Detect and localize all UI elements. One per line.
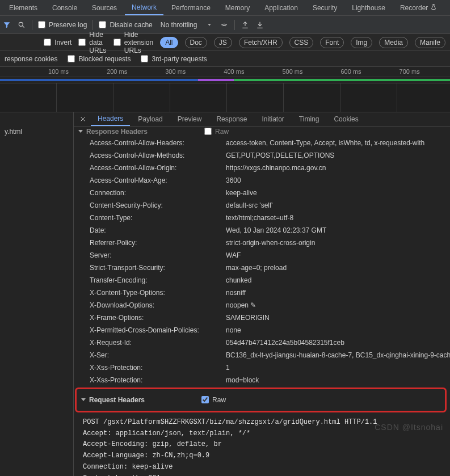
tick: 100 ms <box>48 68 69 75</box>
tab-application[interactable]: Application <box>258 0 305 15</box>
request-headers-section[interactable]: Request Headers <box>81 396 145 404</box>
tick: 700 ms <box>399 68 420 75</box>
header-name: X-Frame-Options: <box>90 313 220 323</box>
flask-icon <box>430 3 437 12</box>
response-header-row: Transfer-Encoding:chunked <box>74 274 450 287</box>
filter-pill-manifest[interactable]: Manife <box>415 37 445 48</box>
response-headers-section[interactable]: Response Headers Raw <box>74 127 450 137</box>
tick: 400 ms <box>224 68 244 75</box>
header-value[interactable]: text/html;charset=utf-8 <box>226 213 450 223</box>
type-filter-bar: Invert Hide data URLs Hide extension URL… <box>0 34 450 51</box>
devtools-panel-tabs: Elements Console Sources Network Perform… <box>0 0 450 16</box>
response-header-row: Content-Type:text/html;charset=utf-8 <box>74 212 450 224</box>
separator <box>234 20 235 30</box>
filter-pill-js[interactable]: JS <box>214 37 232 48</box>
header-value[interactable]: nosniff <box>226 288 450 298</box>
detail-tab-preview[interactable]: Preview <box>171 112 209 126</box>
header-value[interactable]: access-token, Content-Type, Accept, isWh… <box>226 138 450 148</box>
download-icon[interactable] <box>255 20 264 30</box>
header-name: Access-Control-Max-Age: <box>90 175 220 186</box>
header-value[interactable]: Wed, 10 Jan 2024 02:23:37 GMT <box>226 225 450 235</box>
response-header-row: X-Content-Type-Options:nosniff <box>74 287 450 299</box>
extra-filter-bar: response cookies Blocked requests 3rd-pa… <box>0 51 450 67</box>
detail-tab-timing[interactable]: Timing <box>292 112 326 126</box>
tick: 200 ms <box>107 68 127 75</box>
header-value[interactable]: 1 <box>226 363 450 373</box>
header-name: Access-Control-Allow-Origin: <box>90 163 220 173</box>
header-name: X-Content-Type-Options: <box>90 288 220 298</box>
header-name: X-Xss-Protection: <box>90 375 220 385</box>
response-header-row: Access-Control-Allow-Headers:access-toke… <box>74 137 450 149</box>
filter-pill-doc[interactable]: Doc <box>185 37 207 48</box>
chevron-down-icon[interactable] <box>205 20 214 30</box>
response-header-row: X-Frame-Options:SAMEORIGIN <box>74 311 450 324</box>
timeline-overview[interactable] <box>0 77 450 83</box>
header-value[interactable]: SAMEORIGIN <box>226 313 450 323</box>
filter-pill-fetch-xhr[interactable]: Fetch/XHR <box>239 37 283 48</box>
header-value[interactable]: chunked <box>226 275 450 285</box>
tab-sources[interactable]: Sources <box>85 0 124 15</box>
tab-recorder[interactable]: Recorder <box>393 0 444 15</box>
chevron-down-icon <box>81 398 86 401</box>
tab-console[interactable]: Console <box>45 0 84 15</box>
tick: 600 ms <box>340 68 361 75</box>
header-value[interactable]: strict-origin-when-cross-origin <box>226 238 450 248</box>
third-party-checkbox[interactable]: 3rd-party requests <box>141 55 207 63</box>
detail-tab-cookies[interactable]: Cookies <box>327 112 365 126</box>
header-name: Content-Type: <box>90 213 220 223</box>
header-value[interactable]: none <box>226 325 450 335</box>
filter-pill-img[interactable]: Img <box>351 37 372 48</box>
header-value[interactable]: keep-alive <box>226 188 450 198</box>
tab-memory[interactable]: Memory <box>218 0 256 15</box>
raw-request-headers[interactable]: POST /gsxt/PlatformSHZZFRKGSXT/biz/ma/sh… <box>74 414 450 476</box>
hide-data-urls-checkbox[interactable]: Hide data URLs <box>78 31 107 54</box>
header-value[interactable]: mod=block <box>226 375 450 385</box>
filter-pill-all[interactable]: All <box>160 37 178 48</box>
tab-elements[interactable]: Elements <box>2 0 44 15</box>
svg-point-0 <box>19 22 23 26</box>
header-value[interactable]: 3600 <box>226 175 450 186</box>
tab-lighthouse[interactable]: Lighthouse <box>345 0 392 15</box>
invert-checkbox[interactable]: Invert <box>44 39 72 47</box>
header-value[interactable]: max-age=0; preload <box>226 263 450 273</box>
request-list[interactable]: y.html <box>0 112 74 476</box>
filter-pill-media[interactable]: Media <box>379 37 408 48</box>
filter-icon[interactable] <box>2 20 11 30</box>
filter-pill-font[interactable]: Font <box>320 37 344 48</box>
timeline-ruler[interactable]: 100 ms 200 ms 300 ms 400 ms 500 ms 600 m… <box>0 67 450 77</box>
tick: 300 ms <box>165 68 186 75</box>
tab-network[interactable]: Network <box>125 0 163 15</box>
filter-pill-css[interactable]: CSS <box>289 37 314 48</box>
detail-tab-headers[interactable]: Headers <box>91 112 130 126</box>
header-value[interactable]: https://xxgs.chinanpo.mca.gov.cn <box>226 163 450 173</box>
header-name: X-Request-Id: <box>90 338 220 348</box>
tab-performance[interactable]: Performance <box>165 0 217 15</box>
throttling-select[interactable]: No throttling <box>158 21 200 29</box>
header-value[interactable]: default-src 'self' <box>226 200 450 210</box>
waterfall-strip[interactable] <box>0 83 450 112</box>
header-value[interactable]: BC136_dx-lt-yd-jiangsu-huaian-8-cache-7,… <box>226 350 450 360</box>
request-raw-toggle[interactable]: Raw <box>201 396 226 404</box>
search-icon[interactable] <box>17 20 26 30</box>
header-value[interactable]: WAF <box>226 250 450 260</box>
detail-tab-response[interactable]: Response <box>209 112 254 126</box>
header-value[interactable]: GET,PUT,POST,DELETE,OPTIONS <box>226 150 450 161</box>
wifi-icon[interactable] <box>220 20 229 30</box>
upload-icon[interactable] <box>241 20 250 30</box>
response-header-row: Strict-Transport-Security:max-age=0; pre… <box>74 262 450 274</box>
tab-overflow[interactable]: Pe <box>445 0 450 15</box>
request-row[interactable]: y.html <box>0 126 73 137</box>
close-icon[interactable] <box>76 112 90 126</box>
separator <box>92 20 93 30</box>
preserve-log-checkbox[interactable]: Preserve log <box>38 21 87 29</box>
blocked-requests-checkbox[interactable]: Blocked requests <box>68 55 131 63</box>
hide-extension-urls-checkbox[interactable]: Hide extension URLs <box>113 31 153 54</box>
response-raw-toggle[interactable]: Raw <box>204 128 229 136</box>
header-value[interactable]: 054d47b471412c24a5b04582315f1ceb <box>226 338 450 348</box>
detail-tab-initiator[interactable]: Initiator <box>255 112 291 126</box>
detail-tab-payload[interactable]: Payload <box>131 112 169 126</box>
header-value[interactable]: noopen ✎ <box>226 300 450 310</box>
disable-cache-checkbox[interactable]: Disable cache <box>99 21 152 29</box>
header-name: Strict-Transport-Security: <box>90 263 220 273</box>
tab-security[interactable]: Security <box>306 0 344 15</box>
